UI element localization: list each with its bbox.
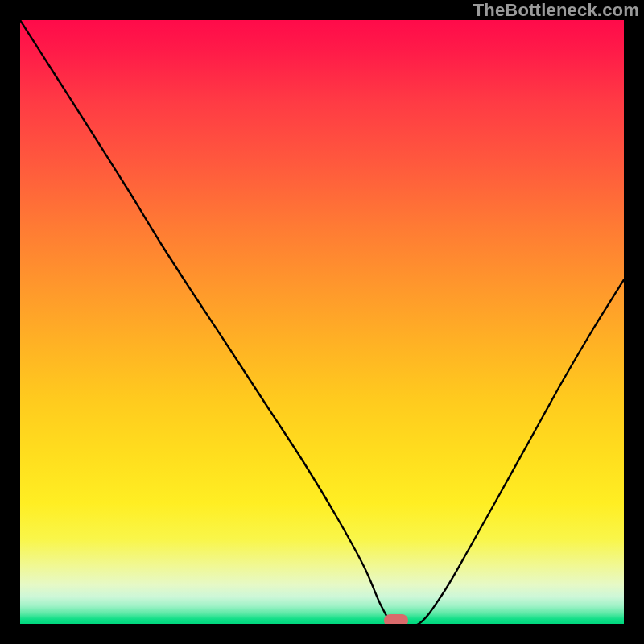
chart-frame: TheBottleneck.com (0, 0, 644, 644)
watermark-text: TheBottleneck.com (473, 0, 639, 21)
plot-area (20, 20, 624, 624)
bottleneck-curve (20, 20, 624, 624)
optimal-point-marker (384, 614, 408, 625)
